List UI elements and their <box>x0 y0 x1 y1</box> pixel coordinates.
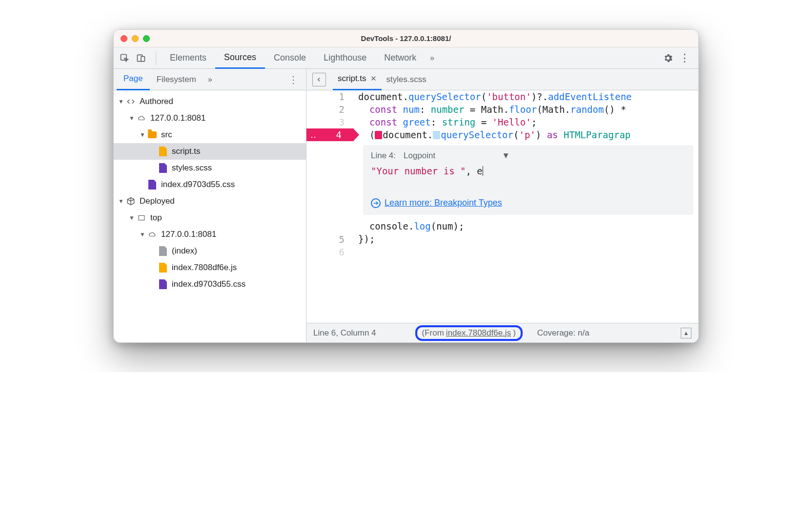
tree-group-deployed[interactable]: ▼ Deployed <box>114 193 306 210</box>
tree-host-deployed[interactable]: ▼ 127.0.0.1:8081 <box>114 226 306 243</box>
css-file-icon <box>158 279 168 289</box>
code-line: const greet: string = 'Hello'; <box>358 116 698 128</box>
gutter-line[interactable]: 6 <box>306 246 353 258</box>
code-line: console.log(num); <box>358 220 698 232</box>
nav-kebab-icon[interactable]: ⋮ <box>284 74 303 85</box>
show-drawer-icon[interactable]: ▲ <box>681 328 691 338</box>
gutter-line[interactable]: 5 <box>306 233 353 246</box>
code-line: }); <box>358 232 698 245</box>
logpoint-input[interactable]: "Your number is ", e <box>371 166 686 176</box>
tree-label: Authored <box>140 97 173 106</box>
file-tab-script-ts[interactable]: script.ts ✕ <box>333 69 382 90</box>
from-suffix: ) <box>513 328 516 338</box>
logpoint-line-label: Line 4: <box>371 151 396 161</box>
learn-more-link[interactable]: Learn more: Breakpoint Types <box>385 198 502 208</box>
tree-file-script-ts[interactable]: script.ts <box>114 143 306 160</box>
tab-lighthouse[interactable]: Lighthouse <box>315 47 375 69</box>
file-tree: ▼ Authored ▼ 127.0.0.1:8081 ▼ src <box>114 90 306 342</box>
file-tab-label: styles.scss <box>386 75 426 84</box>
gutter-line[interactable]: 3 <box>306 116 353 128</box>
toggle-navigator-icon[interactable] <box>312 73 326 86</box>
log-string: "Your number is " <box>371 166 466 176</box>
svg-rect-2 <box>141 56 145 61</box>
tree-label: index.7808df6e.js <box>172 263 237 273</box>
code-line: document.querySelector('button')?.addEve… <box>358 90 698 103</box>
tree-file-index-css-deployed[interactable]: index.d9703d55.css <box>114 276 306 293</box>
tree-label: script.ts <box>172 147 201 156</box>
nav-tab-page[interactable]: Page <box>117 69 150 90</box>
window-title: DevTools - 127.0.0.1:8081/ <box>114 34 698 42</box>
tree-label: styles.scss <box>172 163 212 173</box>
svg-rect-3 <box>139 215 144 220</box>
gutter-line[interactable]: 1 <box>306 90 353 103</box>
device-toggle-icon[interactable] <box>134 51 148 65</box>
window-controls <box>121 35 150 42</box>
inspect-icon[interactable] <box>118 51 131 65</box>
code-icon <box>126 97 136 106</box>
close-window-button[interactable] <box>121 35 127 42</box>
content-split: Page Filesystem » ⋮ ▼ Authored ▼ 127.0.0… <box>114 69 698 342</box>
tab-network[interactable]: Network <box>375 47 425 69</box>
logpoint-editor: Line 4: Logpoint ▼ "Your number is ", e … <box>363 145 693 215</box>
source-mapped-from[interactable]: (From index.7808df6e.js ) <box>415 325 523 341</box>
code-editor[interactable]: 1 2 3 4 5 6 document.querySelector('butt… <box>306 90 698 323</box>
tree-label: src <box>161 130 172 140</box>
code-line: (document.querySelector('p') as HTMLPara… <box>358 128 698 141</box>
close-icon[interactable]: ✕ <box>370 74 377 83</box>
code-line: const num: number = Math.floor(Math.rand… <box>358 103 698 116</box>
tree-file-styles-scss[interactable]: styles.scss <box>114 160 306 176</box>
tree-folder-src[interactable]: ▼ src <box>114 126 306 143</box>
title-bar: DevTools - 127.0.0.1:8081/ <box>114 30 698 47</box>
tab-sources[interactable]: Sources <box>215 47 265 69</box>
tree-label: (index) <box>172 246 197 256</box>
tree-group-authored[interactable]: ▼ Authored <box>114 93 306 110</box>
learn-more-icon: ➔ <box>371 198 381 208</box>
navigator-panel: Page Filesystem » ⋮ ▼ Authored ▼ 127.0.0… <box>114 69 306 342</box>
kebab-menu-icon[interactable]: ⋮ <box>678 51 691 65</box>
more-nav-tabs-icon[interactable]: » <box>203 75 217 84</box>
tree-label: 127.0.0.1:8081 <box>150 113 205 123</box>
log-rest: , e <box>466 166 482 176</box>
zoom-window-button[interactable] <box>143 35 150 42</box>
js-file-icon <box>158 147 168 156</box>
tab-console[interactable]: Console <box>265 47 315 69</box>
cloud-icon <box>137 113 146 123</box>
minimize-window-button[interactable] <box>132 35 139 42</box>
devtools-window: DevTools - 127.0.0.1:8081/ Elements Sour… <box>113 29 699 343</box>
coverage-label: Coverage: n/a <box>537 328 589 338</box>
main-tab-bar: Elements Sources Console Lighthouse Netw… <box>114 47 698 69</box>
cursor-position: Line 6, Column 4 <box>313 328 376 338</box>
folder-icon <box>147 130 157 140</box>
from-prefix: (From <box>422 328 444 338</box>
line-gutter[interactable]: 1 2 3 4 5 6 <box>306 90 353 323</box>
tree-host-authored[interactable]: ▼ 127.0.0.1:8081 <box>114 110 306 126</box>
js-file-icon <box>158 263 168 273</box>
tree-file-index-css[interactable]: index.d9703d55.css <box>114 176 306 193</box>
tree-file-index-js[interactable]: index.7808df6e.js <box>114 259 306 276</box>
file-tab-bar: script.ts ✕ styles.scss <box>306 69 698 90</box>
file-tab-styles-scss[interactable]: styles.scss <box>382 69 431 90</box>
from-file-link[interactable]: index.7808df6e.js <box>446 328 511 338</box>
file-icon <box>158 246 168 256</box>
gutter-line[interactable]: 2 <box>306 103 353 116</box>
logpoint-learn-more[interactable]: ➔ Learn more: Breakpoint Types <box>371 198 686 208</box>
nav-tab-filesystem[interactable]: Filesystem <box>150 69 203 90</box>
tree-label: index.d9703d55.css <box>161 180 235 190</box>
tree-label: index.d9703d55.css <box>172 279 245 289</box>
tree-label: Deployed <box>140 196 175 206</box>
tree-frame-top[interactable]: ▼ top <box>114 210 306 226</box>
file-tab-label: script.ts <box>338 74 366 84</box>
more-tabs-icon[interactable]: » <box>425 54 439 63</box>
breakpoint-type-select[interactable]: Logpoint ▼ <box>404 151 447 161</box>
deployed-icon <box>126 196 136 206</box>
tab-elements[interactable]: Elements <box>161 47 215 69</box>
gutter-breakpoint[interactable]: 4 <box>306 128 353 141</box>
code-body[interactable]: document.querySelector('button')?.addEve… <box>353 90 698 323</box>
settings-icon[interactable] <box>661 51 675 65</box>
chevron-down-icon: ▼ <box>502 151 510 161</box>
tree-file-index[interactable]: (index) <box>114 243 306 259</box>
tree-label: 127.0.0.1:8081 <box>161 230 216 239</box>
cloud-icon <box>147 230 157 239</box>
text-caret <box>483 166 483 176</box>
navigator-tabs: Page Filesystem » ⋮ <box>114 69 306 90</box>
